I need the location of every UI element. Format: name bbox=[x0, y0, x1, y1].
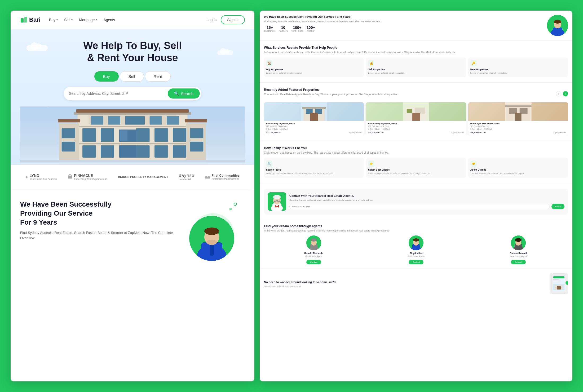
find-home-section: Find your dream home through agents In t… bbox=[260, 220, 572, 269]
svg-rect-18 bbox=[82, 145, 96, 158]
svg-rect-6 bbox=[91, 116, 103, 124]
prop-info-2: Plasma Way Ingleside, Parry 456 Oak Ave,… bbox=[366, 121, 466, 135]
cloud-2 bbox=[217, 50, 233, 55]
prop-img-2 bbox=[366, 102, 466, 121]
agent-role-floyd: Real Estate Agent bbox=[366, 255, 466, 257]
search-input[interactable] bbox=[69, 91, 168, 96]
tab-sell[interactable]: Sell bbox=[120, 71, 144, 82]
properties-row: Plasma Way Ingleside, Parry 123 Maple St… bbox=[264, 102, 568, 135]
bridge-name: BRIDGE PROPERTY MANAGEMENT bbox=[118, 175, 168, 179]
svg-rect-91 bbox=[553, 276, 564, 278]
mobile-dot bbox=[566, 281, 568, 285]
svg-rect-94 bbox=[553, 282, 560, 283]
logo-icon bbox=[20, 16, 28, 24]
svg-point-40 bbox=[206, 240, 217, 245]
svg-rect-25 bbox=[79, 143, 186, 145]
svg-rect-8 bbox=[125, 116, 145, 124]
logo[interactable]: Bari bbox=[20, 16, 41, 24]
svg-rect-1 bbox=[24, 17, 27, 23]
tab-buy[interactable]: Buy bbox=[94, 71, 119, 82]
stats-row: 15+ Customers 10 Partners 100+ Rent Hous… bbox=[264, 25, 544, 32]
nav-agents[interactable]: Agents bbox=[103, 18, 115, 22]
svg-point-45 bbox=[554, 20, 561, 24]
property-card-3: North Sycl Jake Street, Davis 789 Pine R… bbox=[468, 102, 568, 135]
agent-person-svg bbox=[189, 216, 234, 261]
agent-role-ronald: Real Estate Agent bbox=[264, 255, 364, 257]
rp-how-works-section: How Easily It Works For You Click to ope… bbox=[260, 141, 572, 183]
prop-img-3 bbox=[468, 102, 568, 121]
agent-name-ronald: Ronald Richards bbox=[264, 252, 364, 255]
hero-title: We Help To Buy, Sell & Rent Your House bbox=[20, 40, 245, 64]
properties-nav: ‹ › bbox=[556, 91, 568, 96]
contact-agent-img bbox=[268, 192, 286, 211]
service-buy: 🏠 Buy Properties Lorem ipsum dolor sit a… bbox=[264, 57, 364, 77]
steps-row: 🔍 Search Place Lorem quis bibendum aucto… bbox=[264, 158, 568, 177]
prop-features-1: 3 Bed 2 Bath 1400 Sq.ft bbox=[266, 128, 362, 130]
mortgage-arrow: ▾ bbox=[96, 18, 97, 21]
agent-contact-dianne[interactable]: Contact bbox=[511, 260, 526, 264]
agent-illustration bbox=[187, 200, 240, 261]
hero-illustration bbox=[20, 106, 245, 165]
lynd-name: LYND bbox=[29, 173, 57, 178]
svg-rect-32 bbox=[76, 109, 189, 113]
mobile-section: No need to wander around looking for a h… bbox=[260, 269, 572, 299]
svg-rect-29 bbox=[62, 142, 75, 152]
stat-customers: 15+ Customers bbox=[264, 25, 276, 32]
svg-rect-62 bbox=[505, 105, 531, 107]
rp-properties-section: Recently Added Featured Properties Conne… bbox=[260, 83, 572, 141]
about-desc: Find Sydney Australia Real Estate. Searc… bbox=[20, 230, 178, 241]
agent-avatar-floyd bbox=[409, 235, 423, 250]
properties-desc: Connect with Real Estate Agents Ready to… bbox=[264, 93, 398, 96]
agent-svg-ronald bbox=[306, 235, 321, 250]
prop-info-3: North Sycl Jake Street, Davis 789 Pine R… bbox=[468, 121, 568, 135]
prop-footer-3: $3,200,500.00 Agency Homes bbox=[470, 131, 566, 134]
nav-sell[interactable]: Sell ▾ bbox=[64, 18, 73, 22]
svg-rect-50 bbox=[310, 113, 318, 121]
service-rent: 🔑 Rent Properties Lorem ipsum dolor sit … bbox=[468, 57, 568, 77]
rp-agent-svg bbox=[547, 15, 568, 36]
cloud-1 bbox=[26, 45, 48, 51]
prop-house-1 bbox=[264, 102, 364, 121]
find-home-title: Find your dream home through agents bbox=[264, 224, 568, 228]
properties-header: Recently Added Featured Properties Conne… bbox=[264, 88, 568, 100]
svg-rect-37 bbox=[210, 244, 214, 256]
buy-arrow: ▾ bbox=[56, 18, 58, 21]
svg-rect-34 bbox=[185, 119, 207, 123]
search-icon: 🔍 bbox=[174, 91, 179, 96]
contact-submit-button[interactable]: Submit bbox=[551, 204, 564, 209]
svg-rect-30 bbox=[190, 128, 204, 138]
svg-rect-31 bbox=[190, 142, 204, 152]
svg-rect-15 bbox=[136, 128, 150, 142]
prop-nav-next[interactable]: › bbox=[563, 91, 568, 96]
outer-wrapper: Bari Buy ▾ Sell ▾ Mortgage ▾ Agents bbox=[11, 11, 572, 381]
tab-rent[interactable]: Rent bbox=[145, 71, 171, 82]
first-sub: Apartment Management bbox=[211, 177, 239, 180]
contact-address-input[interactable] bbox=[289, 204, 550, 209]
rent-icon: 🔑 bbox=[470, 60, 477, 66]
agent-contact-floyd[interactable]: Contact bbox=[409, 260, 423, 264]
nav-links: Buy ▾ Sell ▾ Mortgage ▾ Agents bbox=[49, 18, 206, 22]
svg-rect-16 bbox=[154, 128, 168, 142]
prop-nav-prev[interactable]: ‹ bbox=[556, 91, 561, 96]
contact-agent-svg bbox=[268, 192, 286, 211]
mobile-desc: Lorem ipsum dolor sit amet consectetur bbox=[264, 285, 546, 287]
services-desc: Lorem About real estate deals and only. … bbox=[264, 51, 568, 54]
search-button[interactable]: 🔍 Search bbox=[168, 88, 200, 99]
svg-rect-7 bbox=[108, 116, 120, 124]
buy-icon: 🏠 bbox=[266, 60, 272, 66]
rp-agent-title: We Have Been Successfully Providing Our … bbox=[264, 15, 544, 19]
login-button[interactable]: Log in bbox=[206, 18, 217, 22]
agents-row: Ronald Richards Real Estate Agent Contac… bbox=[264, 235, 568, 264]
service-sell: 💰 Sell Properties Lorem ipsum dolor sit … bbox=[366, 57, 466, 77]
nav-mortgage[interactable]: Mortgage ▾ bbox=[79, 18, 97, 22]
partner-dayrise: dayrise residential bbox=[179, 173, 195, 181]
contact-card: Contact With Your Nearest Real Estate Ag… bbox=[264, 189, 568, 215]
svg-rect-93 bbox=[553, 280, 561, 281]
agent-contact-ronald[interactable]: Contact bbox=[306, 260, 321, 264]
nav-buy[interactable]: Buy ▾ bbox=[49, 18, 58, 22]
services-title: What Services Restate Provide That Help … bbox=[264, 46, 568, 50]
svg-point-83 bbox=[413, 238, 419, 242]
svg-rect-28 bbox=[62, 128, 75, 138]
signin-button[interactable]: Sign in bbox=[221, 15, 245, 24]
first-name: First Communities bbox=[211, 174, 239, 177]
